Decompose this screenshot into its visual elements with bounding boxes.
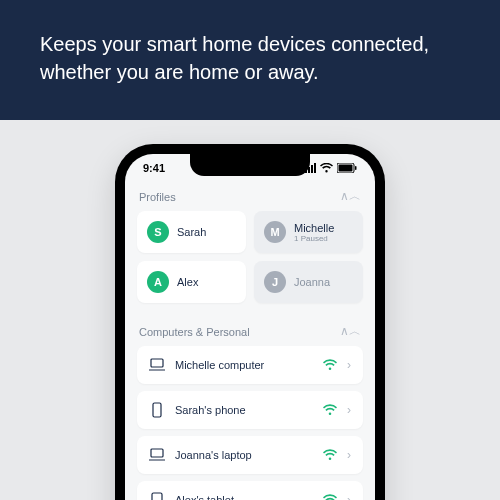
profile-card-joanna[interactable]: J Joanna [254,261,363,303]
status-indicators [302,163,357,173]
svg-rect-4 [153,403,161,417]
device-row[interactable]: Joanna's laptop › [137,436,363,474]
profile-name: Michelle [294,222,334,234]
profiles-grid: S Sarah M Michelle 1 Paused A Alex [125,211,375,313]
phone-icon [149,402,165,418]
laptop-icon [149,357,165,373]
device-row[interactable]: Michelle computer › [137,346,363,384]
device-row[interactable]: Alex's tablet › [137,481,363,500]
profile-card-michelle[interactable]: M Michelle 1 Paused [254,211,363,253]
chevron-up-icon: ︿ [340,188,361,205]
wifi-icon [323,403,337,417]
svg-rect-3 [151,359,163,367]
chevron-up-icon: ︿ [340,323,361,340]
phone-stage: 9:41 Profiles ︿ S Sarah [0,120,500,500]
section-title: Computers & Personal [139,326,250,338]
wifi-icon [323,493,337,500]
marketing-banner: Keeps your smart home devices connected,… [0,0,500,120]
device-name: Alex's tablet [175,494,313,500]
svg-rect-1 [339,165,353,172]
section-title: Profiles [139,191,176,203]
section-header-profiles[interactable]: Profiles ︿ [125,178,375,211]
chevron-right-icon: › [347,448,351,462]
device-name: Michelle computer [175,359,313,371]
phone-screen: 9:41 Profiles ︿ S Sarah [125,154,375,500]
wifi-icon [323,448,337,462]
phone-notch [190,154,310,176]
device-row[interactable]: Sarah's phone › [137,391,363,429]
chevron-right-icon: › [347,403,351,417]
device-name: Sarah's phone [175,404,313,416]
avatar: A [147,271,169,293]
avatar: M [264,221,286,243]
svg-rect-5 [151,449,163,457]
profile-status: 1 Paused [294,234,334,243]
profile-name: Alex [177,276,198,288]
wifi-icon [323,358,337,372]
device-name: Joanna's laptop [175,449,313,461]
profile-name: Sarah [177,226,206,238]
svg-rect-6 [152,493,162,500]
device-list-computers: Michelle computer › Sarah's phone › Joan… [125,346,375,500]
status-time: 9:41 [143,162,165,174]
chevron-right-icon: › [347,493,351,500]
profile-card-sarah[interactable]: S Sarah [137,211,246,253]
svg-rect-2 [355,166,357,170]
chevron-right-icon: › [347,358,351,372]
wifi-status-icon [320,163,333,173]
profile-name: Joanna [294,276,330,288]
profile-card-alex[interactable]: A Alex [137,261,246,303]
battery-icon [337,163,357,173]
avatar: S [147,221,169,243]
laptop-icon [149,447,165,463]
phone-frame: 9:41 Profiles ︿ S Sarah [115,144,385,500]
banner-text: Keeps your smart home devices connected,… [40,33,429,83]
section-header-computers[interactable]: Computers & Personal ︿ [125,313,375,346]
avatar: J [264,271,286,293]
tablet-icon [149,492,165,500]
